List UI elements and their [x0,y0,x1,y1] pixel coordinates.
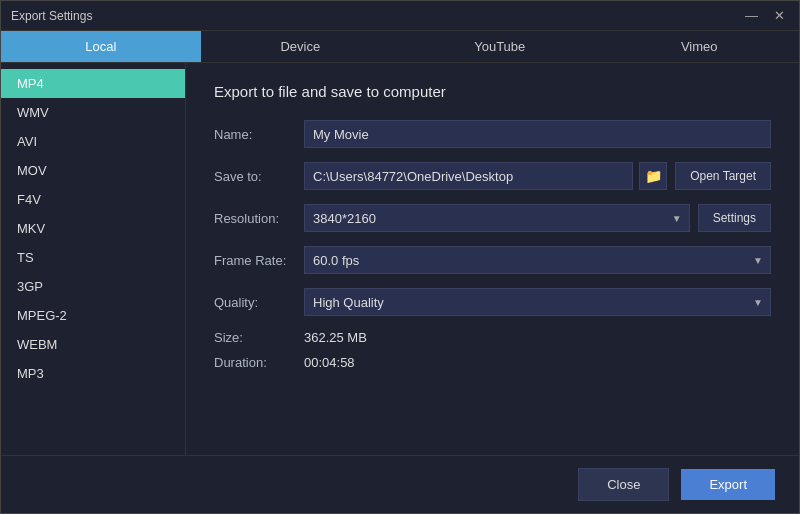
sidebar-item-mp4[interactable]: MP4 [1,69,185,98]
sidebar-item-ts[interactable]: TS [1,243,185,272]
main-panel: Export to file and save to computer Name… [186,63,799,455]
resolution-actions: Settings [698,204,771,232]
resolution-select-wrapper: 3840*2160 1920*1080 1280*720 854*480 ▼ [304,204,690,232]
saveto-path-input[interactable] [304,162,633,190]
framerate-select-wrapper: 60.0 fps 30.0 fps 25.0 fps 24.0 fps ▼ [304,246,771,274]
sidebar-item-mp3[interactable]: MP3 [1,359,185,388]
resolution-row: Resolution: 3840*2160 1920*1080 1280*720… [214,204,771,232]
title-bar: Export Settings — ✕ [1,1,799,31]
footer: Close Export [1,455,799,513]
sidebar-item-avi[interactable]: AVI [1,127,185,156]
tab-vimeo[interactable]: Vimeo [600,31,800,62]
window-title: Export Settings [11,9,92,23]
sidebar-item-f4v[interactable]: F4V [1,185,185,214]
open-target-button[interactable]: Open Target [675,162,771,190]
quality-row: Quality: High Quality Medium Quality Low… [214,288,771,316]
content-area: MP4 WMV AVI MOV F4V MKV TS 3GP MPEG-2 WE… [1,63,799,455]
resolution-label: Resolution: [214,211,304,226]
duration-label: Duration: [214,355,304,370]
saveto-row: Save to: 📁 Open Target [214,162,771,190]
framerate-select[interactable]: 60.0 fps 30.0 fps 25.0 fps 24.0 fps [304,246,771,274]
sidebar-item-webm[interactable]: WEBM [1,330,185,359]
sidebar-item-mkv[interactable]: MKV [1,214,185,243]
sidebar-item-mpeg2[interactable]: MPEG-2 [1,301,185,330]
folder-browse-button[interactable]: 📁 [639,162,667,190]
size-value: 362.25 MB [304,330,367,345]
size-label: Size: [214,330,304,345]
format-sidebar: MP4 WMV AVI MOV F4V MKV TS 3GP MPEG-2 WE… [1,63,186,455]
quality-select-wrapper: High Quality Medium Quality Low Quality … [304,288,771,316]
name-label: Name: [214,127,304,142]
sidebar-item-wmv[interactable]: WMV [1,98,185,127]
close-dialog-button[interactable]: Close [578,468,669,501]
size-row: Size: 362.25 MB [214,330,771,345]
path-row: 📁 [304,162,667,190]
tab-local[interactable]: Local [1,31,201,62]
sidebar-item-3gp[interactable]: 3GP [1,272,185,301]
quality-label: Quality: [214,295,304,310]
close-button[interactable]: ✕ [770,7,789,24]
resolution-select[interactable]: 3840*2160 1920*1080 1280*720 854*480 [304,204,690,232]
sidebar-item-mov[interactable]: MOV [1,156,185,185]
export-button[interactable]: Export [681,469,775,500]
name-row: Name: [214,120,771,148]
name-input[interactable] [304,120,771,148]
minimize-button[interactable]: — [741,7,762,24]
export-settings-window: Export Settings — ✕ Local Device YouTube… [0,0,800,514]
tab-bar: Local Device YouTube Vimeo [1,31,799,63]
panel-title: Export to file and save to computer [214,83,771,100]
window-controls: — ✕ [741,7,789,24]
tab-youtube[interactable]: YouTube [400,31,600,62]
duration-value: 00:04:58 [304,355,355,370]
saveto-actions: Open Target [675,162,771,190]
saveto-label: Save to: [214,169,304,184]
duration-row: Duration: 00:04:58 [214,355,771,370]
quality-select[interactable]: High Quality Medium Quality Low Quality [304,288,771,316]
framerate-row: Frame Rate: 60.0 fps 30.0 fps 25.0 fps 2… [214,246,771,274]
framerate-label: Frame Rate: [214,253,304,268]
settings-button[interactable]: Settings [698,204,771,232]
tab-device[interactable]: Device [201,31,401,62]
